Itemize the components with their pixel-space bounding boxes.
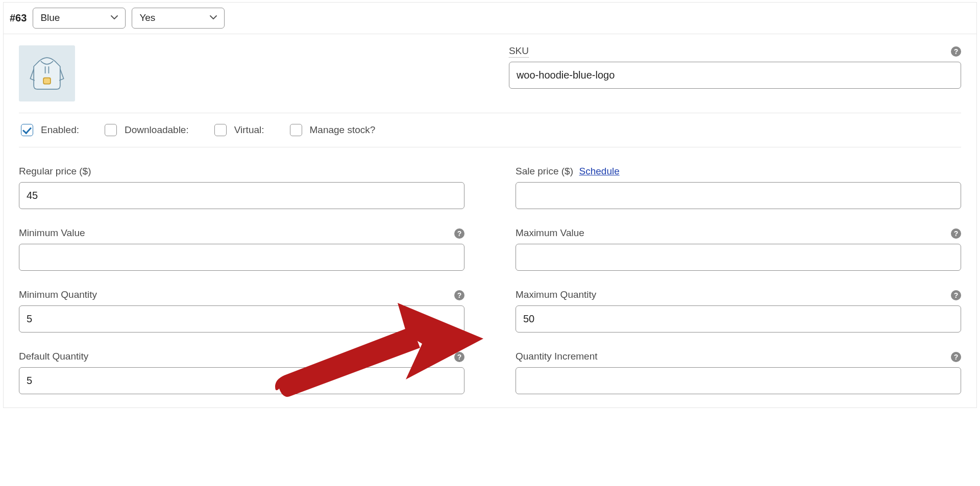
min-value-input[interactable]	[19, 244, 464, 271]
variation-header: #63 Blue Yes	[4, 3, 976, 34]
virtual-checkbox[interactable]	[214, 124, 227, 136]
default-qty-label: Default Quantity	[19, 351, 88, 362]
attr-select-wrap-2: Yes	[132, 8, 225, 29]
help-icon[interactable]: ?	[454, 228, 464, 239]
enabled-checkbox[interactable]	[21, 124, 33, 136]
default-qty-input[interactable]	[19, 367, 464, 394]
enabled-check[interactable]: Enabled:	[19, 122, 79, 138]
schedule-link[interactable]: Schedule	[579, 166, 620, 176]
manage-stock-label: Manage stock?	[310, 124, 376, 136]
default-qty-field: Default Quantity ?	[19, 350, 464, 394]
sale-price-input[interactable]	[516, 182, 961, 209]
sale-price-label-wrap: Sale price ($) Schedule	[516, 165, 620, 177]
downloadable-checkbox[interactable]	[105, 124, 117, 136]
downloadable-check[interactable]: Downloadable:	[103, 122, 189, 138]
sku-input[interactable]	[509, 62, 961, 89]
help-icon[interactable]: ?	[951, 290, 961, 300]
max-qty-field: Maximum Quantity ?	[516, 288, 961, 332]
sale-price-label: Sale price ($)	[516, 166, 573, 176]
attr-select-wrap-1: Blue	[33, 8, 126, 29]
max-qty-label: Maximum Quantity	[516, 289, 596, 300]
min-qty-label: Minimum Quantity	[19, 289, 97, 300]
fields-grid: Regular price ($) Sale price ($) Schedul…	[19, 147, 961, 394]
max-qty-input[interactable]	[516, 305, 961, 332]
attr-select-1[interactable]: Blue	[33, 8, 126, 29]
min-qty-field: Minimum Quantity ?	[19, 288, 464, 332]
variation-body: SKU ? Enabled: Downloadable: Virtual:	[4, 34, 976, 407]
manage-stock-checkbox[interactable]	[290, 124, 302, 136]
help-icon[interactable]: ?	[951, 46, 961, 57]
qty-increment-input[interactable]	[516, 367, 961, 394]
help-icon[interactable]: ?	[454, 352, 464, 362]
checkbox-row: Enabled: Downloadable: Virtual: Manage s…	[19, 113, 961, 147]
top-row: SKU ?	[19, 45, 961, 113]
variation-image-thumb[interactable]	[19, 45, 75, 101]
svg-rect-0	[43, 78, 51, 84]
max-value-field: Maximum Value ?	[516, 226, 961, 271]
sku-label: SKU	[509, 45, 529, 58]
virtual-check[interactable]: Virtual:	[212, 122, 264, 138]
min-value-label: Minimum Value	[19, 227, 85, 239]
variation-panel: #63 Blue Yes	[3, 2, 977, 408]
qty-increment-label: Quantity Increment	[516, 351, 598, 362]
help-icon[interactable]: ?	[454, 290, 464, 300]
help-icon[interactable]: ?	[951, 352, 961, 362]
sale-price-field: Sale price ($) Schedule	[516, 165, 961, 209]
min-value-field: Minimum Value ?	[19, 226, 464, 271]
regular-price-label: Regular price ($)	[19, 166, 91, 177]
max-value-label: Maximum Value	[516, 227, 584, 239]
sku-block: SKU ?	[509, 45, 961, 89]
max-value-input[interactable]	[516, 244, 961, 271]
variation-id: #63	[10, 12, 27, 24]
downloadable-label: Downloadable:	[125, 124, 189, 136]
min-qty-input[interactable]	[19, 305, 464, 332]
regular-price-input[interactable]	[19, 182, 464, 209]
regular-price-field: Regular price ($)	[19, 165, 464, 209]
help-icon[interactable]: ?	[951, 228, 961, 239]
attr-select-2[interactable]: Yes	[132, 8, 225, 29]
qty-increment-field: Quantity Increment ?	[516, 350, 961, 394]
virtual-label: Virtual:	[234, 124, 264, 136]
enabled-label: Enabled:	[41, 124, 79, 136]
hoodie-icon	[25, 52, 69, 95]
manage-stock-check[interactable]: Manage stock?	[288, 122, 376, 138]
